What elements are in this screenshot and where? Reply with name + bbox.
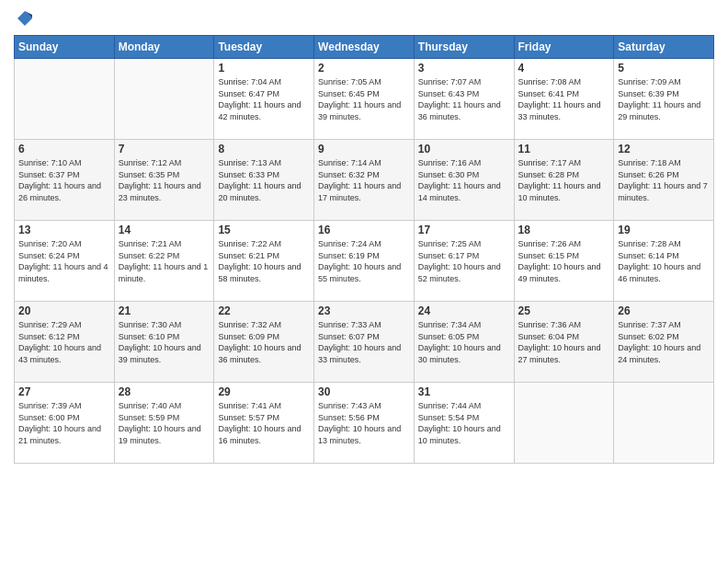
day-info: Sunrise: 7:22 AM Sunset: 6:21 PM Dayligh… (218, 238, 310, 284)
day-number: 14 (119, 224, 210, 236)
day-info: Sunrise: 7:25 AM Sunset: 6:17 PM Dayligh… (418, 238, 510, 284)
day-info: Sunrise: 7:14 AM Sunset: 6:32 PM Dayligh… (318, 157, 410, 203)
calendar-cell: 9Sunrise: 7:14 AM Sunset: 6:32 PM Daylig… (314, 140, 415, 221)
day-header-sunday: Sunday (15, 36, 115, 59)
week-row-1: 1Sunrise: 7:04 AM Sunset: 6:47 PM Daylig… (15, 59, 714, 140)
calendar-cell: 6Sunrise: 7:10 AM Sunset: 6:37 PM Daylig… (15, 140, 115, 221)
week-row-4: 20Sunrise: 7:29 AM Sunset: 6:12 PM Dayli… (15, 302, 714, 383)
calendar-cell: 23Sunrise: 7:33 AM Sunset: 6:07 PM Dayli… (314, 302, 415, 383)
day-info: Sunrise: 7:40 AM Sunset: 5:59 PM Dayligh… (119, 400, 210, 446)
logo-icon (16, 9, 34, 28)
day-number: 3 (418, 62, 510, 75)
calendar-cell: 25Sunrise: 7:36 AM Sunset: 6:04 PM Dayli… (514, 302, 614, 383)
day-number: 25 (518, 304, 610, 317)
calendar-cell: 18Sunrise: 7:26 AM Sunset: 6:15 PM Dayli… (514, 221, 614, 302)
day-info: Sunrise: 7:39 AM Sunset: 6:00 PM Dayligh… (18, 400, 110, 446)
day-number: 12 (618, 143, 710, 155)
day-info: Sunrise: 7:12 AM Sunset: 6:35 PM Dayligh… (119, 157, 210, 203)
day-info: Sunrise: 7:04 AM Sunset: 6:47 PM Dayligh… (218, 76, 310, 122)
calendar-cell (514, 383, 614, 464)
day-header-thursday: Thursday (414, 36, 514, 59)
day-info: Sunrise: 7:13 AM Sunset: 6:33 PM Dayligh… (218, 157, 310, 203)
day-header-friday: Friday (514, 36, 614, 59)
day-number: 24 (418, 304, 510, 317)
day-number: 4 (518, 62, 610, 75)
day-info: Sunrise: 7:26 AM Sunset: 6:15 PM Dayligh… (518, 238, 610, 284)
week-row-5: 27Sunrise: 7:39 AM Sunset: 6:00 PM Dayli… (15, 383, 714, 464)
calendar-cell: 12Sunrise: 7:18 AM Sunset: 6:26 PM Dayli… (614, 140, 714, 221)
day-info: Sunrise: 7:41 AM Sunset: 5:57 PM Dayligh… (218, 400, 310, 446)
day-number: 6 (18, 143, 110, 155)
calendar-cell: 29Sunrise: 7:41 AM Sunset: 5:57 PM Dayli… (214, 383, 314, 464)
day-info: Sunrise: 7:29 AM Sunset: 6:12 PM Dayligh… (18, 319, 110, 365)
day-info: Sunrise: 7:16 AM Sunset: 6:30 PM Dayligh… (418, 157, 510, 203)
day-info: Sunrise: 7:32 AM Sunset: 6:09 PM Dayligh… (218, 319, 310, 365)
day-number: 19 (618, 224, 710, 236)
day-info: Sunrise: 7:37 AM Sunset: 6:02 PM Dayligh… (618, 319, 710, 365)
calendar-cell (114, 59, 214, 140)
day-info: Sunrise: 7:33 AM Sunset: 6:07 PM Dayligh… (318, 319, 410, 365)
calendar-cell: 3Sunrise: 7:07 AM Sunset: 6:43 PM Daylig… (414, 59, 514, 140)
svg-marker-0 (17, 11, 32, 26)
calendar-cell (15, 59, 115, 140)
day-number: 30 (318, 385, 410, 398)
day-number: 22 (218, 304, 310, 317)
day-number: 13 (18, 224, 110, 236)
day-info: Sunrise: 7:44 AM Sunset: 5:54 PM Dayligh… (418, 400, 510, 446)
calendar-cell: 28Sunrise: 7:40 AM Sunset: 5:59 PM Dayli… (114, 383, 214, 464)
day-number: 16 (318, 224, 410, 236)
day-info: Sunrise: 7:20 AM Sunset: 6:24 PM Dayligh… (18, 238, 110, 284)
calendar-cell: 15Sunrise: 7:22 AM Sunset: 6:21 PM Dayli… (214, 221, 314, 302)
day-number: 20 (18, 304, 110, 317)
calendar-cell: 16Sunrise: 7:24 AM Sunset: 6:19 PM Dayli… (314, 221, 415, 302)
day-number: 15 (218, 224, 310, 236)
calendar-cell: 8Sunrise: 7:13 AM Sunset: 6:33 PM Daylig… (214, 140, 314, 221)
day-number: 8 (218, 143, 310, 155)
calendar-cell: 5Sunrise: 7:09 AM Sunset: 6:39 PM Daylig… (614, 59, 714, 140)
logo (14, 9, 34, 28)
day-number: 29 (218, 385, 310, 398)
day-info: Sunrise: 7:08 AM Sunset: 6:41 PM Dayligh… (518, 76, 610, 122)
calendar-cell: 31Sunrise: 7:44 AM Sunset: 5:54 PM Dayli… (414, 383, 514, 464)
day-number: 7 (119, 143, 210, 155)
day-info: Sunrise: 7:05 AM Sunset: 6:45 PM Dayligh… (318, 76, 410, 122)
day-number: 28 (119, 385, 210, 398)
calendar-cell: 24Sunrise: 7:34 AM Sunset: 6:05 PM Dayli… (414, 302, 514, 383)
week-row-3: 13Sunrise: 7:20 AM Sunset: 6:24 PM Dayli… (15, 221, 714, 302)
calendar-cell: 7Sunrise: 7:12 AM Sunset: 6:35 PM Daylig… (114, 140, 214, 221)
calendar-cell: 2Sunrise: 7:05 AM Sunset: 6:45 PM Daylig… (314, 59, 415, 140)
day-info: Sunrise: 7:09 AM Sunset: 6:39 PM Dayligh… (618, 76, 710, 122)
calendar-cell: 10Sunrise: 7:16 AM Sunset: 6:30 PM Dayli… (414, 140, 514, 221)
day-info: Sunrise: 7:24 AM Sunset: 6:19 PM Dayligh… (318, 238, 410, 284)
calendar-cell: 27Sunrise: 7:39 AM Sunset: 6:00 PM Dayli… (15, 383, 115, 464)
week-row-2: 6Sunrise: 7:10 AM Sunset: 6:37 PM Daylig… (15, 140, 714, 221)
calendar-cell: 11Sunrise: 7:17 AM Sunset: 6:28 PM Dayli… (514, 140, 614, 221)
day-number: 2 (318, 62, 410, 75)
calendar-table: SundayMondayTuesdayWednesdayThursdayFrid… (14, 35, 714, 464)
day-info: Sunrise: 7:10 AM Sunset: 6:37 PM Dayligh… (18, 157, 110, 203)
day-header-saturday: Saturday (614, 36, 714, 59)
day-info: Sunrise: 7:17 AM Sunset: 6:28 PM Dayligh… (518, 157, 610, 203)
day-number: 21 (119, 304, 210, 317)
calendar-cell: 22Sunrise: 7:32 AM Sunset: 6:09 PM Dayli… (214, 302, 314, 383)
day-info: Sunrise: 7:43 AM Sunset: 5:56 PM Dayligh… (318, 400, 410, 446)
day-number: 26 (618, 304, 710, 317)
day-number: 17 (418, 224, 510, 236)
day-number: 10 (418, 143, 510, 155)
calendar-cell: 30Sunrise: 7:43 AM Sunset: 5:56 PM Dayli… (314, 383, 415, 464)
day-header-tuesday: Tuesday (214, 36, 314, 59)
day-number: 27 (18, 385, 110, 398)
day-number: 23 (318, 304, 410, 317)
calendar-cell: 17Sunrise: 7:25 AM Sunset: 6:17 PM Dayli… (414, 221, 514, 302)
calendar-cell: 1Sunrise: 7:04 AM Sunset: 6:47 PM Daylig… (214, 59, 314, 140)
day-number: 5 (618, 62, 710, 75)
calendar-cell: 26Sunrise: 7:37 AM Sunset: 6:02 PM Dayli… (614, 302, 714, 383)
calendar-cell: 13Sunrise: 7:20 AM Sunset: 6:24 PM Dayli… (15, 221, 115, 302)
days-header-row: SundayMondayTuesdayWednesdayThursdayFrid… (15, 36, 714, 59)
calendar-cell: 14Sunrise: 7:21 AM Sunset: 6:22 PM Dayli… (114, 221, 214, 302)
day-header-monday: Monday (114, 36, 214, 59)
day-info: Sunrise: 7:28 AM Sunset: 6:14 PM Dayligh… (618, 238, 710, 284)
day-info: Sunrise: 7:07 AM Sunset: 6:43 PM Dayligh… (418, 76, 510, 122)
day-info: Sunrise: 7:30 AM Sunset: 6:10 PM Dayligh… (119, 319, 210, 365)
calendar-container: SundayMondayTuesdayWednesdayThursdayFrid… (0, 0, 728, 563)
